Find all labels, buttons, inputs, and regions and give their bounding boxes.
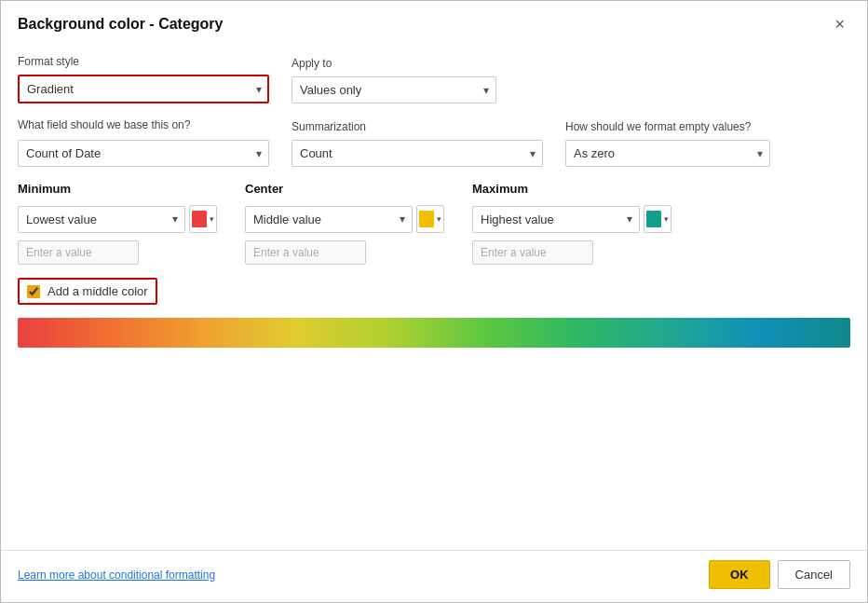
- maximum-title: Maximum: [472, 182, 671, 196]
- empty-values-group: How should we format empty values? As ze…: [565, 120, 770, 167]
- dialog-body: Format style Gradient Apply to Values on…: [1, 42, 867, 550]
- what-field-select[interactable]: Count of Date: [18, 140, 269, 167]
- empty-values-select[interactable]: As zero: [565, 140, 770, 167]
- minimum-controls: Lowest value ▾: [18, 205, 217, 233]
- format-style-label: Format style: [18, 55, 269, 68]
- center-value-input[interactable]: [245, 240, 366, 265]
- empty-values-wrapper: As zero: [565, 140, 770, 167]
- summarization-wrapper: Count: [292, 140, 543, 167]
- add-middle-color-row: Add a middle color: [18, 278, 157, 305]
- center-chevron-icon: ▾: [437, 214, 441, 224]
- apply-to-wrapper: Values only: [292, 76, 496, 103]
- center-value-select[interactable]: Middle value: [245, 206, 413, 233]
- minimum-value-input[interactable]: [18, 240, 139, 265]
- maximum-chevron-icon: ▾: [664, 214, 669, 224]
- summarization-group: Summarization Count: [292, 120, 543, 167]
- ok-button[interactable]: OK: [709, 560, 770, 589]
- footer-buttons: OK Cancel: [709, 560, 850, 589]
- what-field-label: What field should we base this on?: [18, 118, 269, 131]
- format-style-wrapper: Gradient: [18, 75, 269, 103]
- format-style-select[interactable]: Gradient: [18, 75, 269, 103]
- apply-to-label: Apply to: [292, 57, 496, 70]
- center-value-wrapper: Middle value: [245, 206, 413, 233]
- maximum-value-input[interactable]: [472, 240, 593, 265]
- apply-to-group: Apply to Values only: [292, 57, 496, 103]
- minimum-value-wrapper: Lowest value: [18, 206, 185, 233]
- minimum-color-button[interactable]: ▾: [189, 205, 217, 233]
- center-color-button[interactable]: ▾: [416, 205, 444, 233]
- dialog-header: Background color - Category ×: [1, 1, 867, 42]
- maximum-group: Maximum Highest value ▾: [472, 182, 671, 265]
- cancel-button[interactable]: Cancel: [778, 560, 850, 589]
- minimum-chevron-icon: ▾: [210, 214, 214, 224]
- maximum-value-select[interactable]: Highest value: [472, 206, 640, 233]
- center-title: Center: [245, 182, 444, 196]
- center-color-swatch: [419, 211, 434, 227]
- format-style-group: Format style Gradient: [18, 55, 269, 103]
- add-middle-color-label[interactable]: Add a middle color: [47, 284, 148, 298]
- apply-to-select[interactable]: Values only: [292, 76, 496, 103]
- maximum-color-swatch: [646, 211, 661, 227]
- center-controls: Middle value ▾: [245, 205, 444, 233]
- empty-values-label: How should we format empty values?: [565, 120, 770, 133]
- center-group: Center Middle value ▾: [245, 182, 444, 265]
- dialog-footer: Learn more about conditional formatting …: [1, 550, 867, 602]
- minimum-group: Minimum Lowest value ▾: [18, 182, 217, 265]
- maximum-value-wrapper: Highest value: [472, 206, 640, 233]
- add-middle-color-checkbox[interactable]: [27, 285, 40, 298]
- min-center-max-row: Minimum Lowest value ▾ Center: [18, 182, 850, 265]
- maximum-color-button[interactable]: ▾: [644, 205, 671, 233]
- minimum-title: Minimum: [18, 182, 217, 196]
- close-button[interactable]: ×: [829, 14, 850, 34]
- dialog-title: Background color - Category: [18, 16, 223, 33]
- summarization-select[interactable]: Count: [292, 140, 543, 167]
- what-field-wrapper: Count of Date: [18, 140, 269, 167]
- background-color-dialog: Background color - Category × Format sty…: [0, 0, 868, 603]
- minimum-value-select[interactable]: Lowest value: [18, 206, 185, 233]
- maximum-controls: Highest value ▾: [472, 205, 671, 233]
- gradient-preview-bar: [18, 318, 850, 348]
- what-field-group: What field should we base this on? Count…: [18, 118, 269, 167]
- minimum-color-swatch: [192, 211, 207, 227]
- learn-more-link[interactable]: Learn more about conditional formatting: [18, 569, 215, 582]
- summarization-label: Summarization: [292, 120, 543, 133]
- format-apply-row: Format style Gradient Apply to Values on…: [18, 55, 850, 103]
